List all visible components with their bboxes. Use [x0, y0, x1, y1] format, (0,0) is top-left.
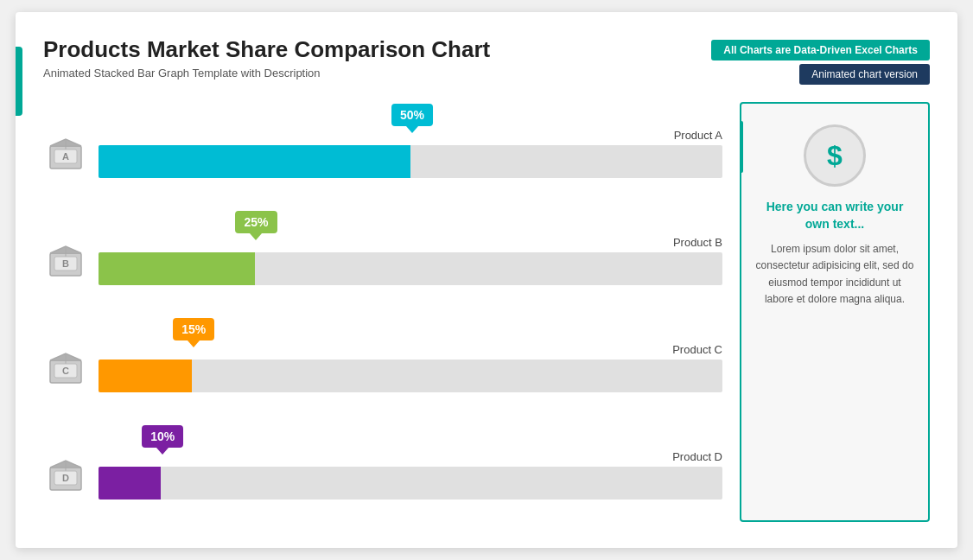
- header-left: Products Market Share Comparison Chart A…: [43, 36, 490, 80]
- callout-arrow-d: [156, 448, 169, 455]
- bar-fill-c: 15%: [99, 360, 192, 392]
- header-right: All Charts are Data-Driven Excel Charts …: [711, 40, 930, 85]
- panel-heading: Here you can write your own text...: [755, 199, 914, 232]
- bar-fill-b: 25%: [99, 252, 255, 285]
- callout-arrow-a: [406, 126, 418, 133]
- bar-container-c: Product C 15%: [99, 343, 722, 392]
- bar-row-b: B Product B 25%: [43, 236, 722, 285]
- bar-track-b: 25%: [99, 252, 722, 285]
- svg-text:D: D: [62, 473, 69, 483]
- subtitle: Animated Stacked Bar Graph Template with…: [43, 67, 490, 80]
- badge-dark: Animated chart version: [799, 64, 930, 85]
- callout-box-b: 25%: [235, 211, 277, 233]
- box-icon-b: B: [43, 238, 88, 283]
- svg-text:A: A: [62, 151, 69, 162]
- box-icon-c: C: [43, 345, 88, 390]
- bar-track-c: 15%: [99, 360, 722, 392]
- svg-text:C: C: [62, 366, 69, 376]
- bar-container-b: Product B 25%: [99, 236, 722, 285]
- product-label-a: Product A: [674, 129, 722, 142]
- bar-label-row-b: Product B: [99, 236, 722, 249]
- product-label-b: Product B: [673, 236, 722, 249]
- box-icon-d: D: [43, 452, 88, 497]
- callout-arrow-c: [188, 340, 200, 347]
- badge-green: All Charts are Data-Driven Excel Charts: [711, 40, 930, 60]
- bar-row-a: A Product A 50%: [43, 129, 722, 178]
- bar-label-row-d: Product D: [99, 450, 722, 463]
- side-panel: $ Here you can write your own text... Lo…: [740, 102, 930, 522]
- callout-box-d: 10%: [142, 425, 183, 448]
- callout-box-c: 15%: [173, 318, 214, 340]
- box-icon-a: A: [43, 130, 88, 175]
- bar-container-d: Product D 10%: [99, 450, 722, 500]
- bar-track-d: 10%: [99, 467, 722, 500]
- header: Products Market Share Comparison Chart A…: [43, 36, 930, 85]
- bar-fill-a: 50%: [99, 145, 410, 178]
- callout-c: 15%: [173, 318, 214, 347]
- product-label-d: Product D: [672, 450, 722, 463]
- bar-track-a: 50%: [99, 145, 722, 178]
- slide: Products Market Share Comparison Chart A…: [16, 12, 957, 548]
- callout-box-a: 50%: [391, 104, 433, 126]
- bar-container-a: Product A 50%: [99, 129, 722, 178]
- callout-d: 10%: [142, 425, 183, 455]
- bar-row-c: C Product C 15%: [43, 343, 722, 392]
- product-label-c: Product C: [672, 343, 722, 356]
- content: A Product A 50%: [43, 93, 930, 531]
- svg-text:B: B: [62, 258, 69, 269]
- bar-row-d: D Product D 10%: [43, 450, 722, 500]
- chart-area: A Product A 50%: [43, 93, 722, 531]
- main-title: Products Market Share Comparison Chart: [43, 36, 490, 63]
- callout-b: 25%: [235, 211, 277, 240]
- panel-body: Lorem ipsum dolor sit amet, consectetur …: [755, 241, 914, 308]
- callout-a: 50%: [391, 104, 433, 133]
- callout-arrow-b: [251, 233, 263, 240]
- bar-fill-d: 10%: [99, 467, 161, 500]
- dollar-symbol: $: [827, 140, 843, 172]
- dollar-circle: $: [804, 124, 866, 187]
